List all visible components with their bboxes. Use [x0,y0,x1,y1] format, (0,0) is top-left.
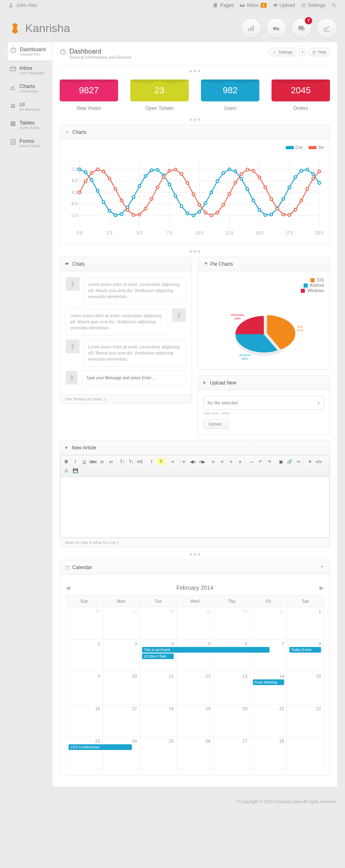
help-button[interactable]: Help [308,48,330,56]
stat-users[interactable]: 982Users [201,79,259,111]
nav-upload[interactable]: Upload [272,2,295,8]
cal-cell[interactable]: 24 [103,737,140,769]
cal-cell[interactable]: 26 [66,607,103,640]
cal-cell[interactable]: 5 [177,640,213,672]
h1-button[interactable]: H1 [136,457,145,466]
align-left-button[interactable]: ≡ [209,457,218,466]
cal-next[interactable]: ▶ [319,584,324,591]
strike-button[interactable]: abc [89,457,98,466]
cal-cell[interactable]: 28 [140,607,177,640]
image-button[interactable]: ▣ [276,457,285,466]
brand-logo[interactable]: Kanrisha [8,21,70,35]
cal-cell[interactable]: 1 [287,607,324,640]
source-button[interactable]: </> [315,457,323,466]
underline-button[interactable]: U [80,457,89,466]
settings-button[interactable]: Settings [269,48,296,56]
cal-cell[interactable]: 27 [103,607,140,640]
header-btn-stats[interactable] [241,18,261,39]
settings-dropdown[interactable]: ▾ [299,48,306,56]
cal-cell[interactable]: 16 [66,705,103,737]
cal-cell[interactable]: 2 [66,640,103,672]
upload-button[interactable]: Upload .. [204,419,229,429]
cal-cell[interactable]: 22 [287,705,324,737]
cal-cell[interactable]: 29 [177,607,213,640]
hr-button[interactable]: — [247,457,256,466]
cal-cell[interactable]: 23CSS Conferences [66,737,103,769]
highlight-button[interactable]: T [157,458,165,465]
sidebar-item-charts[interactable]: ChartsVisual Data [7,79,52,97]
cal-cell[interactable]: 25 [140,737,177,769]
undo-button[interactable]: ↶ [256,457,265,466]
cal-cell[interactable]: 8Today Event [287,640,324,672]
header-btn-chart[interactable] [317,18,337,39]
cal-cell[interactable]: 26 [177,737,213,769]
link-button[interactable]: 🔗 [285,457,294,466]
nav-inbox[interactable]: Inbox3 [239,2,266,8]
text-color-button[interactable]: T [147,457,156,466]
cal-cell[interactable]: 13 [213,672,250,705]
nav-settings[interactable]: Settings [301,2,326,8]
print-button[interactable]: ⎙ [62,466,71,475]
indent-button[interactable]: ≡▶ [198,457,207,466]
cal-cell[interactable]: 20 [213,705,250,737]
outdent-button[interactable]: ◀≡ [189,457,198,466]
editor-area[interactable] [60,477,330,538]
font-inc-button[interactable]: T↑ [118,457,127,466]
cal-cell[interactable] [287,737,324,769]
gear-icon[interactable] [320,564,325,569]
chat-input[interactable] [82,371,186,385]
sidebar-item-forms[interactable]: FormsSome Fields [7,134,52,152]
ul-button[interactable]: ⋮≡ [177,457,186,466]
cal-event[interactable]: Today Event [289,647,321,653]
cal-cell[interactable]: 15 [287,672,324,705]
nav-search[interactable] [331,2,337,8]
sidebar-item-dashboard[interactable]: DashboardGeneral Info [7,42,52,61]
justify-button[interactable]: ≡ [236,457,245,466]
header-btn-chat[interactable]: 7 [291,18,312,39]
save-button[interactable]: 💾 [71,466,80,475]
cal-cell[interactable]: 11 [140,672,177,705]
stat-new-visitor[interactable]: 9827New Visitor [60,79,118,111]
cal-cell[interactable]: 4This is an Event10:30a A Task [140,640,177,672]
italic-button[interactable]: I [71,457,80,466]
stat-open-tickets[interactable]: 23Open Tickets [130,79,189,111]
sub-button[interactable]: x2 [98,457,107,466]
cal-cell[interactable]: 14Guys Meeting [250,672,287,705]
cal-event[interactable]: This is an Event [142,647,270,653]
cal-cell[interactable]: 18 [140,705,177,737]
cal-cell[interactable]: 12 [177,672,213,705]
cal-cell[interactable]: 27 [213,737,250,769]
cal-cell[interactable]: 9 [66,672,103,705]
cal-cell[interactable]: 17 [103,705,140,737]
bold-button[interactable]: B [62,457,71,466]
nav-pages[interactable]: Pages [213,2,234,8]
redo-button[interactable]: ↷ [265,457,274,466]
cal-cell[interactable]: 21 [250,705,287,737]
align-right-button[interactable]: ≡ [227,457,236,466]
cal-cell[interactable]: 6 [213,640,250,672]
cal-event[interactable]: 10:30a A Task [142,653,174,659]
sidebar-item-tables[interactable]: TablesSome Rows [7,116,52,134]
user-label[interactable]: John Alex [8,2,37,8]
cal-cell[interactable]: 31 [250,607,287,640]
sup-button[interactable]: x2 [107,457,116,466]
align-center-button[interactable]: ≡ [218,457,227,466]
cal-cell[interactable]: 3 [103,640,140,672]
sidebar-item-inbox[interactable]: InboxYour Messages [7,61,52,79]
ol-button[interactable]: ≡ [168,457,177,466]
clear-button[interactable]: ✕ [306,457,315,466]
cal-cell[interactable]: 30 [213,607,250,640]
cal-cell[interactable]: 7 [250,640,287,672]
cal-event[interactable]: CSS Conferences [69,744,132,750]
cal-cell[interactable]: 19 [177,705,213,737]
unlink-button[interactable]: ✂ [294,457,303,466]
sidebar-item-ui[interactable]: UIKit elements [7,97,52,116]
stat-orders[interactable]: 2045Orders [272,79,330,111]
cal-cell[interactable]: 28 [250,737,287,769]
file-input[interactable]: No file selected+ [204,396,324,410]
header-btn-truck[interactable] [266,18,287,39]
cal-event[interactable]: Guys Meeting [253,679,285,685]
cal-prev[interactable]: ◀ [66,584,70,591]
cal-cell[interactable]: 10 [103,672,140,705]
font-dec-button[interactable]: T↓ [127,457,136,466]
